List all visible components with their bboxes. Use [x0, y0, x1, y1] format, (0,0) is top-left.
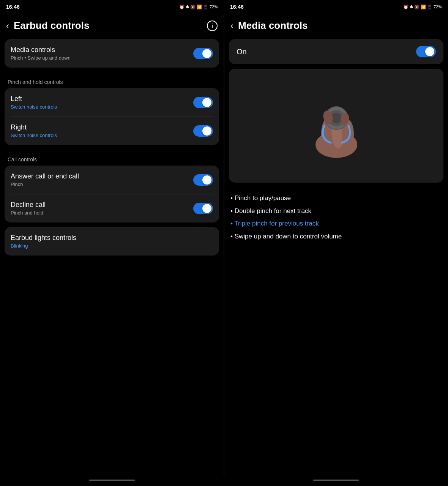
earbud-illustration	[298, 88, 374, 164]
wifi-icon-r: 📶	[421, 5, 426, 9]
info-button[interactable]: i	[207, 21, 218, 31]
decline-call-item[interactable]: Decline call Pinch and hold	[5, 194, 219, 222]
signal-icon: 📱	[203, 5, 208, 9]
media-controls-card: Media controls Pinch • Swipe up and down	[5, 39, 219, 68]
dual-status-bar: 16:46 ⏰ ✱ 🔇 📶 📱 72% 16:46 ⏰ ✱ 🔇 📶 📱 72%	[0, 0, 448, 14]
left-back-button[interactable]: ‹	[6, 21, 9, 30]
alarm-icon: ⏰	[179, 5, 185, 9]
call-controls-section-label: Call controls	[5, 150, 219, 166]
pinch-hold-section-label: Pinch and hold controls	[5, 72, 219, 88]
feature-volume: • Swipe up and down to control volume	[230, 230, 442, 243]
right-title: Right	[11, 123, 193, 131]
right-panel: ‹ Media controls On	[224, 14, 448, 475]
on-card: On	[229, 39, 443, 64]
right-toggle[interactable]	[193, 125, 213, 137]
media-controls-title: Media controls	[11, 46, 193, 54]
answer-call-toggle[interactable]	[193, 174, 213, 186]
right-home-bar	[313, 480, 359, 481]
earbud-lights-card[interactable]: Earbud lights controls Blinking	[5, 227, 219, 256]
feature-prev-track: • Triple pinch for previous track	[230, 217, 442, 230]
info-icon: i	[211, 23, 213, 29]
wifi-icon: 📶	[197, 5, 202, 9]
answer-call-subtitle: Pinch	[11, 181, 193, 187]
right-time: 16:46	[230, 4, 244, 10]
on-label: On	[237, 47, 247, 56]
feature-play-pause: • Pinch to play/pause	[230, 192, 442, 205]
left-toggle[interactable]	[193, 97, 213, 108]
media-controls-toggle[interactable]	[193, 48, 213, 59]
call-controls-card: Answer call or end call Pinch Decline ca…	[5, 166, 219, 222]
right-status-icons: ⏰ ✱ 🔇 📶 📱 72%	[403, 5, 442, 9]
left-page-title: Earbud controls	[14, 20, 202, 32]
earbud-lights-title: Earbud lights controls	[11, 234, 213, 242]
answer-call-title: Answer call or end call	[11, 172, 193, 180]
right-header: ‹ Media controls	[229, 14, 443, 39]
features-list: • Pinch to play/pause • Double pinch for…	[229, 189, 443, 246]
left-title: Left	[11, 95, 193, 103]
left-home-bar	[89, 480, 135, 481]
decline-call-toggle[interactable]	[193, 203, 213, 214]
left-status-bar: 16:46 ⏰ ✱ 🔇 📶 📱 72%	[0, 0, 224, 14]
screens-container: ‹ Earbud controls i Media controls Pinch…	[0, 14, 448, 475]
media-controls-item[interactable]: Media controls Pinch • Swipe up and down	[5, 39, 219, 68]
right-back-button[interactable]: ‹	[230, 21, 233, 30]
left-earbud-item[interactable]: Left Switch noise controls	[5, 88, 219, 117]
right-page-title: Media controls	[238, 20, 442, 32]
right-subtitle: Switch noise controls	[11, 133, 193, 138]
right-home-indicator	[224, 475, 448, 486]
decline-call-title: Decline call	[11, 201, 193, 209]
decline-call-subtitle: Pinch and hold	[11, 210, 193, 216]
earbud-lights-item[interactable]: Earbud lights controls Blinking	[5, 227, 219, 256]
right-earbud-item[interactable]: Right Switch noise controls	[5, 117, 219, 145]
mute-icon-r: 🔇	[414, 5, 420, 9]
signal-icon-r: 📱	[427, 5, 432, 9]
left-home-indicator	[0, 475, 224, 486]
on-toggle[interactable]	[416, 46, 436, 57]
media-controls-subtitle: Pinch • Swipe up and down	[11, 55, 193, 61]
battery-left: 72%	[210, 5, 218, 9]
earbud-lights-subtitle: Blinking	[11, 243, 213, 249]
left-time: 16:46	[6, 4, 20, 10]
left-status-icons: ⏰ ✱ 🔇 📶 📱 72%	[179, 5, 218, 9]
answer-call-item[interactable]: Answer call or end call Pinch	[5, 166, 219, 194]
feature-next-track: • Double pinch for next track	[230, 205, 442, 218]
bluetooth-icon-r: ✱	[410, 5, 413, 9]
pinch-hold-card: Left Switch noise controls Right Switch …	[5, 88, 219, 145]
right-status-bar: 16:46 ⏰ ✱ 🔇 📶 📱 72%	[224, 0, 448, 14]
bluetooth-icon: ✱	[186, 5, 189, 9]
illustration-card	[229, 69, 443, 183]
mute-icon: 🔇	[190, 5, 196, 9]
left-panel: ‹ Earbud controls i Media controls Pinch…	[0, 14, 224, 475]
left-header: ‹ Earbud controls i	[5, 14, 219, 39]
left-subtitle: Switch noise controls	[11, 104, 193, 110]
alarm-icon-r: ⏰	[403, 5, 409, 9]
home-indicators	[0, 475, 448, 486]
battery-right: 72%	[434, 5, 442, 9]
